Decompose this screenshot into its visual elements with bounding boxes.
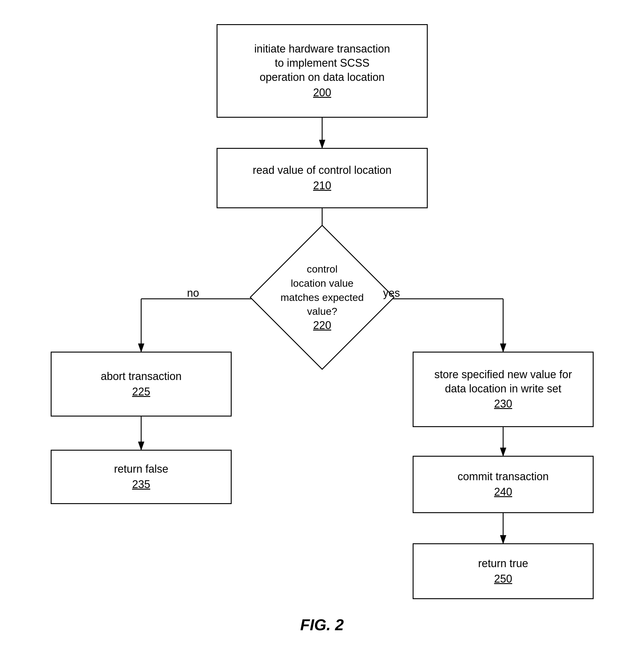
label-no: no <box>187 287 199 300</box>
box-210-label: read value of control location <box>253 163 392 177</box>
box-250-ref: 250 <box>494 572 512 586</box>
box-225-ref: 225 <box>132 385 150 399</box>
box-250: return true 250 <box>413 543 594 599</box>
box-200-label: initiate hardware transaction to impleme… <box>254 42 390 84</box>
box-235-label: return false <box>114 462 168 476</box>
flowchart-diagram: initiate hardware transaction to impleme… <box>0 0 644 658</box>
box-230: store specified new value for data locat… <box>413 352 594 427</box>
diamond-220-ref: 220 <box>313 319 331 331</box>
box-225-label: abort transaction <box>101 369 182 383</box>
figure-label: FIG. 2 <box>300 616 344 634</box>
box-230-ref: 230 <box>494 397 512 411</box>
box-235-ref: 235 <box>132 478 150 492</box>
box-240-ref: 240 <box>494 485 512 499</box>
box-200: initiate hardware transaction to impleme… <box>216 24 428 118</box>
box-235: return false 235 <box>51 450 232 504</box>
box-230-label: store specified new value for data locat… <box>434 368 572 396</box>
box-225: abort transaction 225 <box>51 352 232 417</box>
box-200-ref: 200 <box>313 86 331 100</box>
diamond-220-label: control location value matches expected … <box>280 263 364 317</box>
box-210: read value of control location 210 <box>216 148 428 208</box>
box-210-ref: 210 <box>313 179 331 193</box>
diamond-220: control location value matches expected … <box>271 241 373 353</box>
box-240: commit transaction 240 <box>413 456 594 513</box>
box-250-label: return true <box>478 556 528 571</box>
box-240-label: commit transaction <box>458 470 549 484</box>
diamond-220-text: control location value matches expected … <box>280 262 364 333</box>
label-yes: yes <box>383 287 400 300</box>
